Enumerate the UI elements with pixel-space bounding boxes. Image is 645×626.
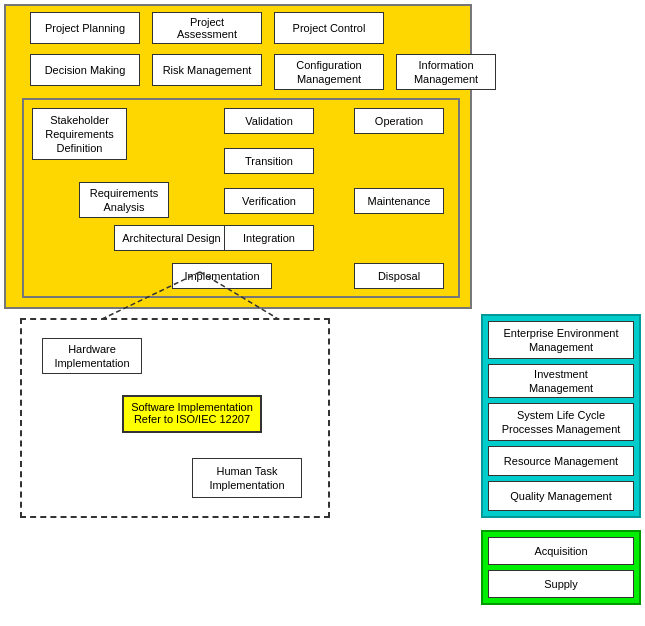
acquisition-label: Acquisition [534, 545, 587, 557]
enterprise-env-label: Enterprise EnvironmentManagement [504, 326, 619, 355]
validation-box: Validation [224, 108, 314, 134]
acquisition-box: Acquisition [488, 537, 634, 565]
requirements-analysis-label: RequirementsAnalysis [90, 186, 158, 215]
project-control-label: Project Control [293, 22, 366, 34]
cyan-group: Enterprise EnvironmentManagement Investm… [481, 314, 641, 518]
yellow-area: Project Planning Project Assessment Proj… [4, 4, 472, 309]
implementation-box: Implementation [172, 263, 272, 289]
project-planning-label: Project Planning [45, 22, 125, 34]
verification-label: Verification [242, 195, 296, 207]
operation-box: Operation [354, 108, 444, 134]
top-row: Project Planning Project Assessment Proj… [30, 12, 384, 44]
project-assessment-label: Project Assessment [161, 16, 253, 40]
investment-label: InvestmentManagement [529, 367, 593, 396]
validation-label: Validation [245, 115, 293, 127]
software-implementation-label: Software ImplementationRefer to ISO/IEC … [131, 401, 253, 425]
decision-making-box: Decision Making [30, 54, 140, 86]
project-assessment-box: Project Assessment [152, 12, 262, 44]
disposal-label: Disposal [378, 270, 420, 282]
risk-management-label: Risk Management [163, 64, 252, 76]
enterprise-env-box: Enterprise EnvironmentManagement [488, 321, 634, 359]
project-planning-box: Project Planning [30, 12, 140, 44]
implementation-label: Implementation [184, 270, 259, 282]
supply-box: Supply [488, 570, 634, 598]
green-group: Acquisition Supply [481, 530, 641, 605]
resource-management-box: Resource Management [488, 446, 634, 476]
hardware-implementation-label: HardwareImplementation [54, 342, 129, 371]
main-container: Project Planning Project Assessment Proj… [0, 0, 645, 626]
verification-box: Verification [224, 188, 314, 214]
integration-label: Integration [243, 232, 295, 244]
quality-management-label: Quality Management [510, 490, 612, 502]
risk-management-box: Risk Management [152, 54, 262, 86]
quality-management-box: Quality Management [488, 481, 634, 511]
decision-making-label: Decision Making [45, 64, 126, 76]
inner-yellow-area: StakeholderRequirementsDefinition Valida… [22, 98, 460, 298]
human-task-box: Human TaskImplementation [192, 458, 302, 498]
maintenance-label: Maintenance [368, 195, 431, 207]
system-lifecycle-box: System Life CycleProcesses Management [488, 403, 634, 441]
system-lifecycle-label: System Life CycleProcesses Management [502, 408, 621, 437]
disposal-box: Disposal [354, 263, 444, 289]
investment-box: InvestmentManagement [488, 364, 634, 398]
project-control-box: Project Control [274, 12, 384, 44]
stakeholder-box: StakeholderRequirementsDefinition [32, 108, 127, 160]
explode-box: HardwareImplementation Software Implemen… [20, 318, 330, 518]
information-management-box: InformationManagement [396, 54, 496, 90]
integration-box: Integration [224, 225, 314, 251]
software-implementation-box: Software ImplementationRefer to ISO/IEC … [122, 395, 262, 433]
transition-label: Transition [245, 155, 293, 167]
supply-label: Supply [544, 578, 578, 590]
human-task-label: Human TaskImplementation [209, 464, 284, 493]
configuration-management-label: ConfigurationManagement [296, 58, 361, 87]
transition-box: Transition [224, 148, 314, 174]
requirements-analysis-box: RequirementsAnalysis [79, 182, 169, 218]
resource-management-label: Resource Management [504, 455, 618, 467]
configuration-management-box: ConfigurationManagement [274, 54, 384, 90]
hardware-implementation-box: HardwareImplementation [42, 338, 142, 374]
information-management-label: InformationManagement [414, 58, 478, 87]
operation-label: Operation [375, 115, 423, 127]
architectural-design-label: Architectural Design [122, 232, 220, 244]
maintenance-box: Maintenance [354, 188, 444, 214]
stakeholder-label: StakeholderRequirementsDefinition [45, 113, 113, 156]
architectural-design-box: Architectural Design [114, 225, 229, 251]
second-row: Decision Making Risk Management Configur… [30, 54, 496, 90]
